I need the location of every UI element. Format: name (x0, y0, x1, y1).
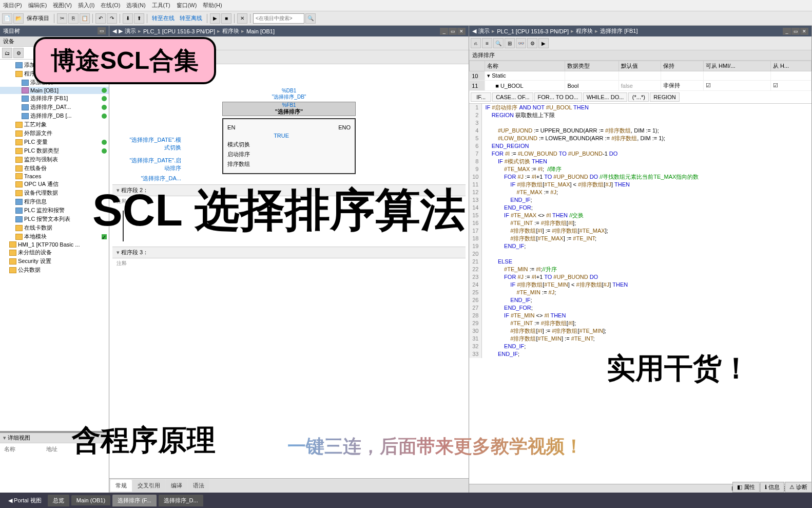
new-icon[interactable]: 📄 (2, 13, 12, 24)
glasses-icon[interactable]: 👓 (516, 38, 526, 48)
tree-item[interactable]: 工艺对象 (0, 120, 109, 129)
tree-item[interactable]: PLC 变量 (0, 138, 109, 146)
table-row[interactable]: 11■ U_BOOLBoolfalse非保持☑☑ (470, 81, 811, 91)
tab-fb[interactable]: 选择排序 (F... (112, 495, 156, 506)
cut-icon[interactable]: ✂ (57, 13, 67, 24)
filter-icon[interactable]: ⚙ (13, 48, 24, 58)
close-icon[interactable]: ✕ (800, 28, 808, 35)
search-input[interactable] (253, 13, 304, 24)
tab-for[interactable]: FOR... TO DO... (534, 92, 582, 102)
scl-snippet-tabs: IF... CASE... OF... FOR... TO DO... WHIL… (469, 91, 811, 104)
tree-item[interactable]: Security 设置 (0, 257, 109, 266)
tree-item[interactable]: Main [OB1] (0, 87, 109, 94)
download-icon[interactable]: ⬇ (123, 13, 133, 24)
tree-item[interactable]: 选择排序_DB [... (0, 111, 109, 120)
tab-xref[interactable]: 交叉引用 (132, 480, 165, 492)
go-online-button[interactable]: 转至在线 (150, 14, 177, 22)
nav-back-icon[interactable]: ◀ (472, 28, 476, 34)
tab-compile[interactable]: 编译 (166, 480, 187, 492)
tab-properties[interactable]: ◧ 属性 (732, 482, 760, 493)
property-tabs: ◧ 属性 ℹ 信息 ⚠ 诊断 (732, 482, 812, 493)
tree-item[interactable]: 公共数据 (0, 266, 109, 274)
fbd-canvas[interactable]: 注释 %DB1 "选择排序_DB" %FB1 "选择排序" ENENO TRUE… (109, 64, 469, 478)
sidebar-title: 项目树 ▭ (0, 26, 109, 36)
right-breadcrumb: ◀ 演示▸ PLC_1 [CPU 1516-3 PN/DP]▸ 程序块▸ 选择排… (469, 26, 811, 36)
overlay-badge: 博途SCL合集 (33, 37, 216, 84)
paste-icon[interactable]: 📋 (80, 13, 90, 24)
overlay-title: SCL 选择排序算法 (92, 180, 466, 241)
segment-3-header[interactable]: ▾ 程序段 3： (112, 247, 466, 258)
save-button[interactable]: 保存项目 (25, 14, 51, 22)
menu-options[interactable]: 选项(N) (126, 2, 145, 9)
tab-overview[interactable]: 总览 (48, 495, 69, 506)
tb-icon[interactable]: ▶ (538, 38, 549, 48)
nav-fwd-icon[interactable]: ▶ (119, 28, 123, 34)
left-breadcrumb: ◀ ▶ 演示▸ PLC_1 [CPU 1516-3 PN/DP]▸ 程序块▸ M… (109, 26, 469, 36)
portal-view-button[interactable]: ◀ Portal 视图 (4, 497, 46, 504)
max-icon[interactable]: ▭ (449, 28, 457, 35)
menu-edit[interactable]: 编辑(E) (28, 2, 47, 9)
cross-icon[interactable]: ✕ (237, 13, 247, 24)
tree-item[interactable]: Traces (0, 173, 109, 180)
undo-icon[interactable]: ↶ (95, 13, 106, 24)
redo-icon[interactable]: ↷ (107, 13, 117, 24)
stop-icon[interactable]: ■ (221, 13, 231, 24)
upload-icon[interactable]: ⬆ (134, 13, 144, 24)
collapse-icon[interactable]: ▭ (98, 27, 106, 34)
menu-insert[interactable]: 插入(I) (78, 2, 94, 9)
max-icon[interactable]: ▭ (791, 28, 800, 35)
overlay-footer: 一键三连，后面带来更多教学视频！ (287, 434, 583, 459)
tab-region[interactable]: REGION (650, 92, 679, 102)
tree-item[interactable]: 未分组的设备 (0, 248, 109, 257)
menu-view[interactable]: 视图(V) (53, 2, 72, 9)
min-icon[interactable]: _ (440, 28, 448, 35)
tree-item[interactable]: HMI_1 [KTP700 Basic ... (0, 241, 109, 248)
nav-back-icon[interactable]: ◀ (112, 28, 117, 34)
tab-diag[interactable]: ⚠ 诊断 (785, 482, 812, 493)
block-name: 选择排序 (469, 50, 811, 61)
table-row[interactable]: 10▾ Static (470, 71, 811, 81)
scl-editor[interactable]: 1234567891011121314151617181920212223242… (469, 104, 811, 484)
tab-syntax[interactable]: 语法 (188, 480, 209, 492)
tree-item[interactable]: 在线备份 (0, 164, 109, 173)
menu-help[interactable]: 帮助(H) (203, 2, 222, 9)
tab-main[interactable]: Main (OB1) (71, 495, 110, 505)
tb-icon[interactable]: ⚙ (527, 38, 537, 48)
menu-online[interactable]: 在线(O) (101, 2, 120, 9)
overlay-subtitle-2: 实用干货！ (607, 349, 750, 388)
go-offline-button[interactable]: 转至离线 (178, 14, 204, 22)
tb-icon[interactable]: 🔍 (493, 38, 504, 48)
menu-project[interactable]: 项目(P) (3, 2, 22, 9)
tb-icon[interactable]: ⎌ (471, 38, 481, 48)
open-icon[interactable]: 📂 (13, 13, 24, 24)
tab-if[interactable]: IF... (471, 92, 491, 102)
variable-table[interactable]: 名称数据类型 默认值保持 可从 HMI/...从 H... 10▾ Static… (469, 61, 811, 91)
menu-tools[interactable]: 工具(T) (152, 2, 170, 9)
fbd-block[interactable]: %DB1 "选择排序_DB" %FB1 "选择排序" ENENO TRUE 模式… (222, 88, 356, 174)
main-menu[interactable]: 项目(P) 编辑(E) 视图(V) 插入(I) 在线(O) 选项(N) 工具(T… (0, 0, 812, 11)
tab-db[interactable]: 选择排序_D... (159, 495, 203, 506)
detail-col-addr: 地址 (46, 445, 57, 453)
tree-item[interactable]: 外部源文件 (0, 129, 109, 138)
play-icon[interactable]: ▶ (210, 13, 220, 24)
tb-icon[interactable]: ⊞ (505, 38, 515, 48)
tree-item[interactable]: PLC 数据类型 (0, 146, 109, 155)
tab-general[interactable]: 常规 (110, 480, 132, 492)
copy-icon[interactable]: ⎘ (68, 13, 79, 24)
tree-item[interactable]: 选择排序 [FB1] (0, 94, 109, 103)
tab-info[interactable]: ℹ 信息 (760, 482, 784, 493)
menu-window[interactable]: 窗口(W) (177, 2, 197, 9)
tab-case[interactable]: CASE... OF... (492, 92, 533, 102)
tab-comment[interactable]: (*...*) (628, 92, 649, 102)
overlay-subtitle-1: 含程序原理 (72, 421, 216, 460)
tree-icon[interactable]: 🗂 (2, 48, 12, 58)
tab-while[interactable]: WHILE... DO... (583, 92, 628, 102)
tree-item[interactable]: 监控与强制表 (0, 155, 109, 164)
search-icon[interactable]: 🔍 (305, 13, 316, 24)
main-toolbar: 📄 📂 保存项目 ✂ ⎘ 📋 ↶ ↷ ⬇ ⬆ 转至在线 转至离线 ▶ ■ ✕ 🔍 (0, 11, 812, 26)
close-icon[interactable]: ✕ (457, 28, 466, 35)
min-icon[interactable]: _ (783, 28, 791, 35)
tree-item[interactable]: 选择排序_DAT... (0, 103, 109, 111)
bottom-bar: ◀ Portal 视图 总览 Main (OB1) 选择排序 (F... 选择排… (0, 493, 812, 508)
tb-icon[interactable]: ≡ (482, 38, 492, 48)
